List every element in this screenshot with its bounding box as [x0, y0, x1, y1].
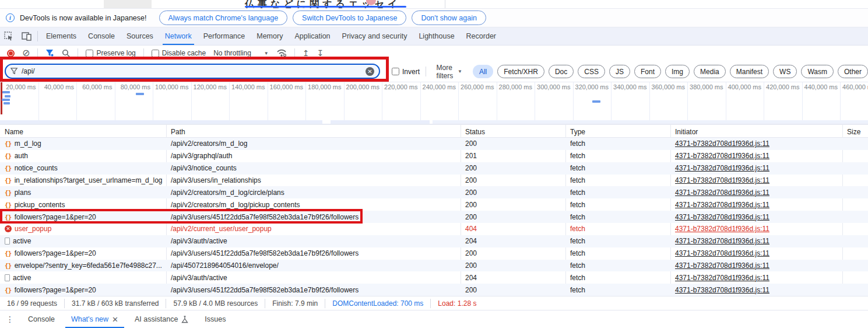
tab-elements[interactable]: Elements: [40, 27, 82, 45]
column-header-status[interactable]: Status: [461, 125, 485, 138]
table-row[interactable]: {}m_d_log/api/v2/creators/m_d_log200fetc…: [0, 138, 868, 150]
table-row[interactable]: active/api/v3/auth/active204fetch4371-b7…: [0, 271, 868, 284]
column-header-size[interactable]: Size: [842, 125, 860, 138]
kebab-menu-icon[interactable]: ⋮: [0, 310, 20, 328]
initiator-link[interactable]: 4371-b7382d708d1f936d.js:11: [675, 213, 769, 221]
tab-application[interactable]: Application: [289, 27, 336, 45]
match-language-button[interactable]: Always match Chrome's language: [159, 11, 288, 25]
type-pill-css[interactable]: CSS: [578, 65, 605, 78]
filter-input[interactable]: [22, 67, 362, 75]
timeline-tick-label: 140,000 ms: [231, 83, 265, 90]
table-row[interactable]: {}in_relationships?target_user_urlname=m…: [0, 175, 868, 187]
tab-memory[interactable]: Memory: [251, 27, 289, 45]
cell-initiator: 4371-b7382d708d1f936d.js:11: [670, 284, 842, 296]
close-icon[interactable]: ✕: [112, 315, 118, 324]
type-pill-doc[interactable]: Doc: [549, 65, 574, 78]
drawer-tab-console[interactable]: Console: [20, 310, 63, 328]
tab-lighthouse[interactable]: Lighthouse: [413, 27, 460, 45]
type-pill-img[interactable]: Img: [665, 65, 690, 78]
drawer-tab-what-s-new[interactable]: What's new✕: [63, 310, 126, 328]
record-network-log-button[interactable]: [7, 50, 15, 57]
cell-size: [842, 186, 868, 198]
initiator-link[interactable]: 4371-b7382d708d1f936d.js:11: [675, 249, 769, 257]
type-pill-js[interactable]: JS: [609, 65, 630, 78]
table-row[interactable]: ✕user_popup/api/v2/current_user/user_pop…: [0, 223, 868, 235]
table-row[interactable]: {}plans/api/v2/creators/m_d_log/circle/p…: [0, 186, 868, 198]
initiator-link[interactable]: 4371-b7382d708d1f936d.js:11: [675, 139, 769, 148]
tab-sources[interactable]: Sources: [121, 27, 159, 45]
timeline-tick-label: 400,000 ms: [728, 83, 761, 90]
table-row[interactable]: {}followers?page=1&per=20/api/v3/users/4…: [0, 211, 868, 223]
initiator-link[interactable]: 4371-b7382d708d1f936d.js:11: [675, 176, 769, 184]
initiator-link[interactable]: 4371-b7382d708d1f936d.js:11: [675, 201, 769, 209]
timeline-gridline: [229, 82, 230, 120]
dont-show-again-button[interactable]: Don't show again: [412, 11, 486, 25]
language-banner: i DevTools is now available in Japanese!…: [0, 8, 868, 27]
type-pill-all[interactable]: All: [473, 65, 493, 78]
device-toolbar-icon[interactable]: [17, 27, 35, 45]
table-row[interactable]: {}notice_counts/api/v3/notice_counts200f…: [0, 162, 868, 175]
network-overview-timeline[interactable]: 20,000 ms40,000 ms60,000 ms80,000 ms100,…: [0, 82, 868, 124]
preserve-log-checkbox-input[interactable]: [86, 50, 93, 57]
initiator-link[interactable]: 4371-b7382d708d1f936d.js:11: [675, 152, 769, 160]
search-icon[interactable]: [62, 49, 70, 57]
table-row[interactable]: {}followers?page=1&per=20/api/v3/users/4…: [0, 284, 868, 296]
clear-filter-icon[interactable]: ✕: [366, 67, 374, 76]
tab-privacy-and-security[interactable]: Privacy and security: [336, 27, 413, 45]
more-filters-dropdown[interactable]: More filters ▼: [437, 64, 462, 80]
network-conditions-icon[interactable]: [276, 49, 287, 57]
type-pill-font[interactable]: Font: [634, 65, 661, 78]
column-header-initiator[interactable]: Initiator: [670, 125, 698, 138]
initiator-link[interactable]: 4371-b7382d708d1f936d.js:11: [675, 274, 769, 282]
invert-checkbox-input[interactable]: [392, 68, 399, 75]
tab-performance[interactable]: Performance: [198, 27, 251, 45]
initiator-link[interactable]: 4371-b7382d708d1f936d.js:11: [675, 261, 769, 270]
initiator-link[interactable]: 4371-b7382d708d1f936d.js:11: [675, 189, 769, 197]
filter-funnel-icon[interactable]: [45, 49, 54, 57]
switch-japanese-button[interactable]: Switch DevTools to Japanese: [293, 11, 406, 25]
cell-size: [842, 223, 868, 235]
cell-status: 200: [461, 186, 565, 198]
disable-cache-label: Disable cache: [162, 49, 206, 57]
invert-checkbox[interactable]: Invert: [392, 68, 420, 76]
table-row[interactable]: {}followers?page=1&per=20/api/v3/users/4…: [0, 247, 868, 260]
export-har-icon[interactable]: ↧: [317, 48, 324, 58]
table-row[interactable]: {}envelope/?sentry_key=6feda561e7fe4988c…: [0, 260, 868, 272]
column-header-path[interactable]: Path: [166, 125, 185, 138]
drawer-tab-ai-assistance[interactable]: AI assistance: [126, 310, 196, 328]
clear-network-log-icon[interactable]: ⊘: [22, 49, 30, 57]
type-pill-media[interactable]: Media: [694, 65, 726, 78]
initiator-link[interactable]: 4371-b7382d708d1f936d.js:11: [675, 164, 769, 172]
column-header-type[interactable]: Type: [565, 125, 585, 138]
column-header-name[interactable]: Name: [0, 125, 23, 138]
timeline-tick-label: 160,000 ms: [270, 83, 303, 90]
initiator-link[interactable]: 4371-b7382d708d1f936d.js:11: [675, 225, 769, 233]
disable-cache-checkbox-input[interactable]: [152, 50, 159, 57]
initiator-link[interactable]: 4371-b7382d708d1f936d.js:11: [675, 237, 769, 245]
type-pill-other[interactable]: Other: [838, 65, 868, 78]
tab-network[interactable]: Network: [159, 27, 198, 45]
type-pill-wasm[interactable]: Wasm: [801, 65, 834, 78]
inspect-element-icon[interactable]: [0, 27, 17, 45]
import-har-icon[interactable]: ↥: [303, 48, 310, 58]
timeline-gridline: [76, 82, 77, 120]
disable-cache-checkbox[interactable]: Disable cache: [152, 49, 206, 57]
tab-console[interactable]: Console: [82, 27, 121, 45]
page-heading-underline: [245, 6, 406, 8]
type-pill-manifest[interactable]: Manifest: [730, 65, 769, 78]
initiator-link[interactable]: 4371-b7382d708d1f936d.js:11: [675, 286, 769, 294]
table-row[interactable]: active/api/v3/auth/active204fetch4371-b7…: [0, 235, 868, 247]
tab-recorder[interactable]: Recorder: [461, 27, 502, 45]
table-row[interactable]: {}auth/api/v3/graphql/auth201fetch4371-b…: [0, 150, 868, 162]
drawer-tab-issues[interactable]: Issues: [196, 310, 234, 328]
preserve-log-checkbox[interactable]: Preserve log: [86, 49, 135, 57]
throttling-dropdown[interactable]: No throttling ▼: [213, 49, 269, 57]
table-row[interactable]: {}pickup_contents/api/v2/creators/m_d_lo…: [0, 198, 868, 211]
cell-status: 204: [461, 235, 565, 247]
network-toolbar: ⊘ Preserve log Disable cache No throttli…: [0, 46, 868, 61]
type-pill-fetch-xhr[interactable]: Fetch/XHR: [497, 65, 544, 78]
cell-status: 200: [461, 198, 565, 211]
type-pill-ws[interactable]: WS: [773, 65, 797, 78]
timeline-gridline: [687, 82, 688, 120]
filter-input-pill[interactable]: ✕: [5, 64, 380, 79]
